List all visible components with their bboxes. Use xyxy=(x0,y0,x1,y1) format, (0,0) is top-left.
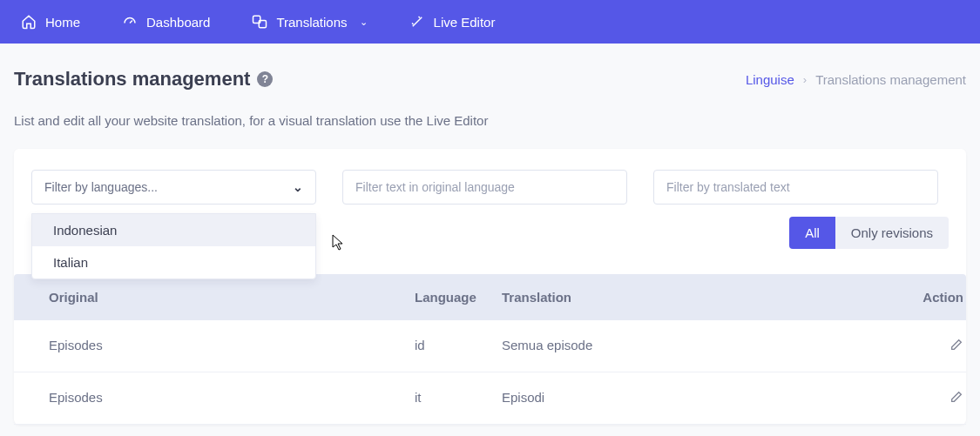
wand-icon xyxy=(409,14,425,30)
cell-language: id xyxy=(415,338,502,354)
nav-translations-label: Translations xyxy=(276,15,347,30)
nav-dashboard[interactable]: Dashboard xyxy=(113,9,219,35)
breadcrumb: Linguise › Translations management xyxy=(746,72,966,87)
nav-home-label: Home xyxy=(45,15,80,30)
col-original: Original xyxy=(49,290,415,305)
chevron-right-icon: › xyxy=(803,73,807,86)
top-navbar: Home Dashboard Translations ⌄ Live Edito… xyxy=(0,0,980,44)
breadcrumb-root[interactable]: Linguise xyxy=(746,72,794,87)
edit-icon[interactable] xyxy=(950,339,963,354)
language-dropdown: Indonesian Italian xyxy=(31,213,316,279)
breadcrumb-current: Translations management xyxy=(815,72,966,87)
table-row: Episodes id Semua episode xyxy=(14,320,966,372)
nav-home[interactable]: Home xyxy=(12,9,89,35)
cell-translation: Semua episode xyxy=(502,338,876,354)
table-header: Original Language Translation Action xyxy=(14,274,966,320)
translated-text-filter-input[interactable] xyxy=(653,170,938,205)
cell-translation: Episodi xyxy=(502,390,876,406)
edit-icon[interactable] xyxy=(950,392,963,406)
language-filter-placeholder: Filter by languages... xyxy=(44,180,158,194)
col-action: Action xyxy=(876,290,963,305)
speedometer-icon xyxy=(122,14,138,30)
cell-original: Episodes xyxy=(49,338,415,354)
nav-live-editor-label: Live Editor xyxy=(434,15,496,30)
cell-original: Episodes xyxy=(49,390,415,406)
cursor-icon xyxy=(332,234,346,256)
toggle-revisions-button[interactable]: Only revisions xyxy=(835,217,949,249)
col-language: Language xyxy=(415,290,502,305)
nav-dashboard-label: Dashboard xyxy=(146,15,210,30)
translations-table: Original Language Translation Action Epi… xyxy=(31,274,949,425)
revision-toggle-group: All Only revisions xyxy=(789,217,949,249)
language-filter-select[interactable]: Filter by languages... ⌄ xyxy=(31,170,316,205)
cell-language: it xyxy=(415,390,502,406)
language-option-indonesian[interactable]: Indonesian xyxy=(32,214,315,246)
toggle-all-button[interactable]: All xyxy=(789,217,835,249)
translate-icon xyxy=(252,14,267,30)
chevron-down-icon: ⌄ xyxy=(360,17,368,28)
nav-live-editor[interactable]: Live Editor xyxy=(401,9,504,35)
language-option-italian[interactable]: Italian xyxy=(32,246,315,278)
help-icon[interactable]: ? xyxy=(257,71,273,87)
home-icon xyxy=(21,14,37,30)
table-row: Episodes it Episodi xyxy=(14,372,966,425)
page-title-text: Translations management xyxy=(14,68,250,91)
col-translation: Translation xyxy=(502,290,876,305)
page-title: Translations management ? xyxy=(14,68,273,91)
page-subtitle: List and edit all your website translati… xyxy=(14,113,966,128)
original-text-filter-input[interactable] xyxy=(342,170,627,205)
nav-translations[interactable]: Translations ⌄ xyxy=(243,9,375,35)
filter-panel: Filter by languages... ⌄ Indonesian Ital… xyxy=(14,149,966,425)
chevron-down-icon: ⌄ xyxy=(293,180,303,194)
